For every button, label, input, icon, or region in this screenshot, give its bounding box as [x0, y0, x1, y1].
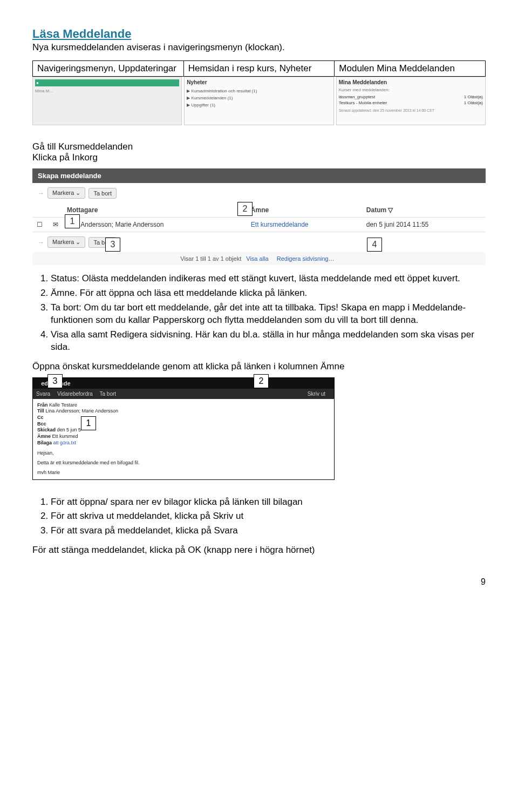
thumb-mina-meddelanden: Mina Meddelanden Kurser med meddelanden:… [336, 77, 486, 125]
attachment-link[interactable]: att göra.txt [53, 440, 77, 445]
list-item: Visa alla samt Redigera sidvisning. Här … [51, 329, 486, 354]
inbox-screenshot: Skapa meddelande → Markera ⌄ Ta bort Mot… [32, 168, 486, 265]
list-item: Ämne. För att öppna och läsa ett meddela… [51, 287, 486, 300]
th-datum: Datum ▽ [362, 203, 486, 218]
subject-link[interactable]: Ett kursmeddelande [247, 218, 362, 232]
table-row[interactable]: ☐✉ Lina Andersson; Marie Andersson Ett k… [32, 218, 486, 232]
markera-button[interactable]: Markera ⌄ [47, 187, 85, 199]
open-instruction: Öppna önskat kursmeddelande genom att kl… [32, 361, 486, 372]
intro-text: Nya kursmeddelanden aviseras i navigerin… [32, 42, 486, 53]
thumb-nav: ● Mina M... [32, 77, 182, 125]
three-col-table: Navigeringsmenyn, Uppdateringar Hemsidan… [32, 60, 486, 77]
callout-2: 2 [237, 202, 253, 216]
list-item: Ta bort: Om du tar bort ett meddelande, … [51, 302, 486, 327]
close-instruction: För att stänga meddelandet, klicka på OK… [32, 545, 486, 556]
thumbnail-row: ● Mina M... Nyheter ▶ Kursadministration… [32, 77, 486, 125]
thumb-nyheter: Nyheter ▶ Kursadministration och resulta… [184, 77, 333, 125]
skrivut-button[interactable]: Skriv ut [308, 391, 325, 397]
callout2-2: 2 [254, 374, 269, 388]
visa-alla-link[interactable]: Visa alla [246, 255, 268, 262]
list-item: För att skriva ut meddelandet, klicka på… [51, 510, 486, 523]
page-number: 9 [32, 577, 486, 587]
list-item: Status: Olästa meddelanden indikeras med… [51, 273, 486, 285]
th-amne: Ämne [247, 203, 362, 218]
callout-1: 1 [65, 214, 80, 228]
create-message-bar[interactable]: Skapa meddelande [32, 168, 486, 183]
numbered-list-2: För att öppna/ spara ner ev bilagor klic… [32, 496, 486, 538]
goto-text: Gå till Kursmeddelanden [32, 141, 486, 152]
page-title: Läsa Meddelande [32, 27, 486, 41]
callout-4: 4 [367, 238, 382, 252]
markera-button-2[interactable]: Markera ⌄ [47, 236, 85, 248]
message-detail-screenshot: Meddelande Svara Vidarebefordra Ta bort … [32, 377, 335, 480]
numbered-list-1: Status: Olästa meddelanden indikeras med… [32, 273, 486, 354]
list-item: För att öppna/ spara ner ev bilagor klic… [51, 496, 486, 509]
tabort-button-3[interactable]: Ta bort [100, 391, 117, 397]
redigera-link[interactable]: Redigera sidvisning… [277, 255, 335, 262]
klicka-text: Klicka på Inkorg [32, 152, 486, 163]
callout-3: 3 [105, 238, 120, 252]
vidare-button[interactable]: Vidarebefordra [57, 391, 93, 397]
col-b: Hemsidan i resp kurs, Nyheter [183, 61, 335, 77]
callout2-1: 1 [81, 416, 96, 430]
col-c: Modulen Mina Meddelanden [335, 61, 486, 77]
svara-button[interactable]: Svara [36, 391, 50, 397]
list-item: För att svara på meddelandet, klicka på … [51, 525, 486, 537]
count-text: Visar 1 till 1 av 1 objekt [180, 255, 241, 262]
th-mottagare: Mottagare [63, 203, 247, 218]
callout2-3: 3 [47, 374, 63, 388]
tabort-button[interactable]: Ta bort [88, 188, 117, 199]
col-a: Navigeringsmenyn, Uppdateringar [33, 61, 184, 77]
